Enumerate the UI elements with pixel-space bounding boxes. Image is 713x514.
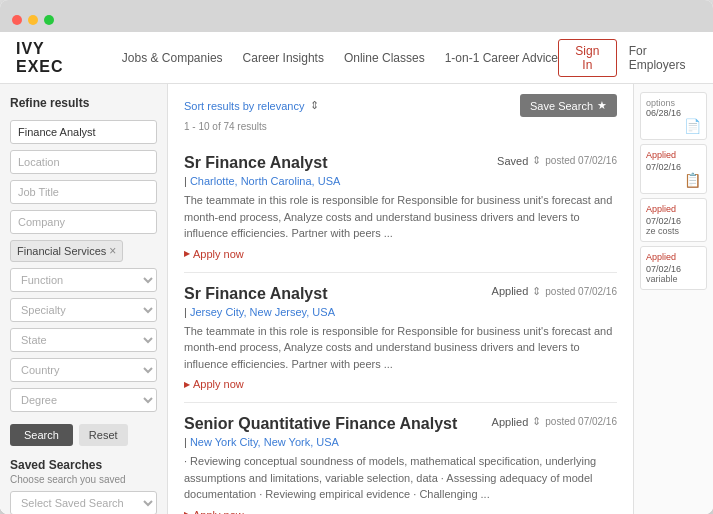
country-select[interactable]: Country: [10, 358, 157, 382]
remove-tag-icon[interactable]: ×: [109, 244, 116, 258]
posted-date-2: posted 07/02/16: [545, 286, 617, 297]
nav-career[interactable]: Career Insights: [243, 51, 324, 65]
tag-label: Financial Services: [17, 245, 106, 257]
logo: IVY EXEC: [16, 40, 90, 76]
job-status-1: Saved ⇕ posted 07/02/16: [497, 154, 617, 167]
results-area: Sort results by relevancy ⇕ Save Search …: [168, 84, 633, 514]
nav-jobs[interactable]: Jobs & Companies: [122, 51, 223, 65]
status-label-1: Saved: [497, 155, 528, 167]
save-search-label: Save Search: [530, 100, 593, 112]
rp-date-1: 06/28/16: [646, 108, 701, 118]
sort-prefix: Sort results by: [184, 100, 254, 112]
nav-classes[interactable]: Online Classes: [344, 51, 425, 65]
close-dot[interactable]: [12, 15, 22, 25]
degree-select[interactable]: Degree: [10, 388, 157, 412]
rp-icon-1: 📄: [646, 118, 701, 134]
job-title-1: Sr Finance Analyst: [184, 154, 327, 172]
function-select[interactable]: Function: [10, 268, 157, 292]
browser-chrome: [0, 0, 713, 32]
status-arrow-2[interactable]: ⇕: [532, 285, 541, 298]
sort-text: Sort results by relevancy: [184, 100, 304, 112]
refine-results-title: Refine results: [10, 96, 157, 110]
apply-link-3[interactable]: Apply now: [184, 509, 617, 515]
saved-searches-title: Saved Searches: [10, 458, 157, 472]
nav-right: Sign In For Employers: [558, 39, 697, 77]
location-input[interactable]: [10, 150, 157, 174]
results-count: 1 - 10 of 74 results: [184, 121, 617, 132]
minimize-dot[interactable]: [28, 15, 38, 25]
posted-date-1: posted 07/02/16: [545, 155, 617, 166]
rp-status-2: Applied: [646, 150, 701, 160]
rp-status-3: Applied: [646, 204, 701, 214]
keyword-input[interactable]: [10, 120, 157, 144]
filter-buttons: Search Reset: [10, 424, 157, 446]
posted-date-3: posted 07/02/16: [545, 416, 617, 427]
job-card-1-header: Sr Finance Analyst Saved ⇕ posted 07/02/…: [184, 154, 617, 172]
location-link-3[interactable]: New York City, New York, USA: [190, 436, 339, 448]
main-layout: Refine results Financial Services × Func…: [0, 84, 713, 514]
browser-window: IVY EXEC Jobs & Companies Career Insight…: [0, 0, 713, 514]
reset-button[interactable]: Reset: [79, 424, 128, 446]
header: IVY EXEC Jobs & Companies Career Insight…: [0, 32, 713, 84]
active-filters: Financial Services ×: [10, 240, 157, 262]
rp-extra-3: ze costs: [646, 226, 701, 236]
nav-links: Jobs & Companies Career Insights Online …: [122, 51, 558, 65]
nav-advice[interactable]: 1-on-1 Career Advice: [445, 51, 558, 65]
rp-label-1: options: [646, 98, 701, 108]
company-input[interactable]: [10, 210, 157, 234]
save-search-button[interactable]: Save Search ★: [520, 94, 617, 117]
rp-item-3: Applied 07/02/16 ze costs: [640, 198, 707, 242]
sort-icon[interactable]: ⇕: [310, 99, 319, 112]
right-panel: options 06/28/16 📄 Applied 07/02/16 📋 Ap…: [633, 84, 713, 514]
location-link-2[interactable]: Jersey City, New Jersey, USA: [190, 306, 335, 318]
star-icon: ★: [597, 99, 607, 112]
page-content: IVY EXEC Jobs & Companies Career Insight…: [0, 32, 713, 514]
status-label-3: Applied: [492, 416, 529, 428]
rp-extra-4: variable: [646, 274, 701, 284]
rp-date-4: 07/02/16: [646, 264, 701, 274]
sort-by-value[interactable]: relevancy: [257, 100, 304, 112]
job-desc-3: · Reviewing conceptual soundness of mode…: [184, 453, 617, 503]
rp-icon-2: 📋: [646, 172, 701, 188]
job-desc-2: The teammate in this role is responsible…: [184, 323, 617, 373]
search-button[interactable]: Search: [10, 424, 73, 446]
rp-item-2: Applied 07/02/16 📋: [640, 144, 707, 194]
for-employers-link[interactable]: For Employers: [629, 44, 697, 72]
specialty-select[interactable]: Specialty: [10, 298, 157, 322]
state-select[interactable]: State: [10, 328, 157, 352]
job-desc-1: The teammate in this role is responsible…: [184, 192, 617, 242]
job-title-input[interactable]: [10, 180, 157, 204]
job-card-1: Sr Finance Analyst Saved ⇕ posted 07/02/…: [184, 142, 617, 273]
location-link-1[interactable]: Charlotte, North Carolina, USA: [190, 175, 340, 187]
saved-searches-subtitle: Choose search you saved: [10, 474, 157, 485]
job-location-1: | Charlotte, North Carolina, USA: [184, 175, 617, 187]
job-card-2: Sr Finance Analyst Applied ⇕ posted 07/0…: [184, 273, 617, 404]
job-card-3: Senior Quantitative Finance Analyst Appl…: [184, 403, 617, 514]
signin-button[interactable]: Sign In: [558, 39, 617, 77]
job-status-2: Applied ⇕ posted 07/02/16: [492, 285, 617, 298]
job-location-3: | New York City, New York, USA: [184, 436, 617, 448]
job-title-2: Sr Finance Analyst: [184, 285, 327, 303]
rp-date-2: 07/02/16: [646, 162, 701, 172]
job-card-3-header: Senior Quantitative Finance Analyst Appl…: [184, 415, 617, 433]
rp-item-1: options 06/28/16 📄: [640, 92, 707, 140]
apply-link-1[interactable]: Apply now: [184, 248, 617, 260]
status-arrow-3[interactable]: ⇕: [532, 415, 541, 428]
sidebar: Refine results Financial Services × Func…: [0, 84, 168, 514]
job-location-2: | Jersey City, New Jersey, USA: [184, 306, 617, 318]
status-arrow-1[interactable]: ⇕: [532, 154, 541, 167]
rp-item-4: Applied 07/02/16 variable: [640, 246, 707, 290]
saved-search-select[interactable]: Select Saved Search: [10, 491, 157, 514]
rp-date-3: 07/02/16: [646, 216, 701, 226]
rp-status-4: Applied: [646, 252, 701, 262]
financial-services-tag: Financial Services ×: [10, 240, 123, 262]
results-header: Sort results by relevancy ⇕ Save Search …: [184, 94, 617, 117]
apply-link-2[interactable]: Apply now: [184, 378, 617, 390]
maximize-dot[interactable]: [44, 15, 54, 25]
job-status-3: Applied ⇕ posted 07/02/16: [492, 415, 617, 428]
status-label-2: Applied: [492, 285, 529, 297]
job-card-2-header: Sr Finance Analyst Applied ⇕ posted 07/0…: [184, 285, 617, 303]
job-title-3: Senior Quantitative Finance Analyst: [184, 415, 457, 433]
